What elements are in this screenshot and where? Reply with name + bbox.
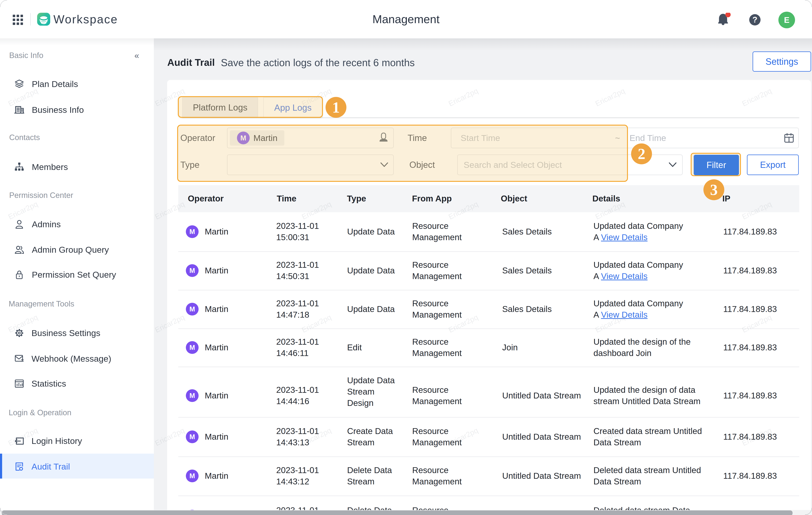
svg-text:?: ? [752, 15, 757, 24]
